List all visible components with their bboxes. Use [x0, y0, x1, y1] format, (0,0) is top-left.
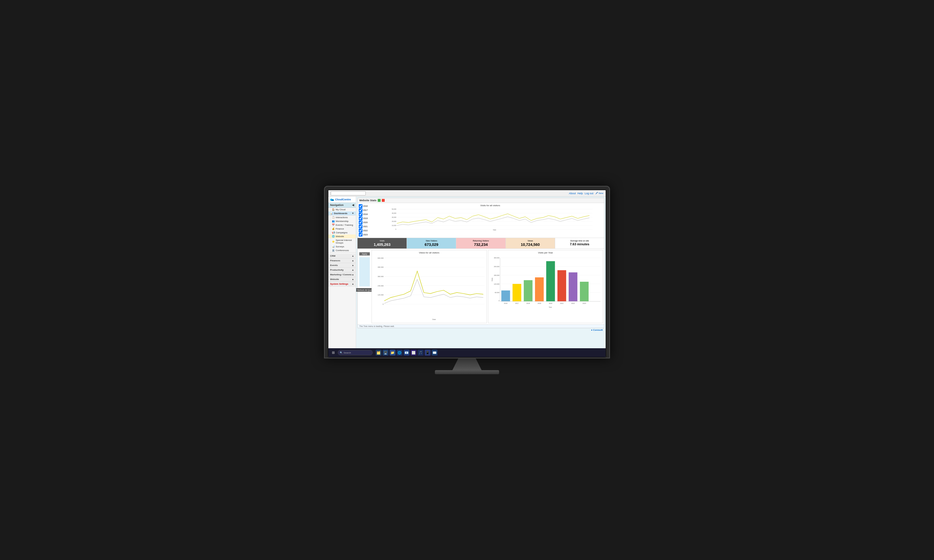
app-layout: CloudCentre Navigation ◀ 🏠 My Cloud 📊: [328, 197, 606, 348]
year-2021-checkbox[interactable]: [359, 225, 362, 228]
taskbar-app-explorer[interactable]: 🖥️: [383, 350, 388, 355]
membership-icon: 👥: [332, 220, 335, 223]
taskbar-search[interactable]: 🔍 Search: [338, 350, 373, 355]
stat-avg-time: Average time on site 7.63 minutes: [555, 238, 604, 249]
bar-chart-title: Visits per Year: [490, 251, 602, 254]
taskbar-app-outlook[interactable]: 📧: [404, 350, 410, 355]
help-link[interactable]: Help: [577, 192, 583, 195]
sidebar-item-campaigns[interactable]: 📢 Campaigns: [328, 231, 356, 234]
sidebar-finances[interactable]: Finances▲: [328, 258, 356, 263]
svg-rect-50: [535, 277, 544, 301]
apply-button[interactable]: Apply: [359, 252, 370, 255]
campaigns-icon: 📢: [332, 231, 335, 234]
new-button[interactable]: 🖊️ New: [595, 192, 603, 195]
taskbar-app-files[interactable]: 🗂️: [376, 350, 381, 355]
visits-value: 1,405,263: [360, 242, 404, 247]
svg-text:480.000: 480.000: [378, 266, 384, 268]
sidebar-events[interactable]: Events▲: [328, 263, 356, 268]
taskbar-app-chrome[interactable]: 🌐: [397, 350, 402, 355]
sidebar-items-section: 📋 Interactions 👥 Membership 📅 Events / T…: [328, 215, 356, 252]
search-icon: 🔍: [340, 351, 343, 354]
taskbar-app-word[interactable]: ✉️: [432, 350, 438, 355]
sidebar-item-special-groups[interactable]: ⭐ Special Interest Groups: [328, 238, 356, 245]
sidebar-crm[interactable]: CRM▲: [328, 254, 356, 258]
sidebar-item-website[interactable]: 🌐 Website: [328, 234, 356, 238]
svg-rect-44: [501, 291, 510, 301]
top-search-input[interactable]: [331, 191, 366, 195]
svg-text:40,000: 40,000: [392, 212, 396, 214]
events-icon: 📅: [332, 224, 335, 226]
year-checkboxes: 2016 2017 2018: [359, 204, 368, 237]
sidebar-item-membership[interactable]: 👥 Membership: [328, 219, 356, 223]
taskbar-app-mobile[interactable]: 📱: [425, 350, 430, 355]
visits-label: Visits: [360, 240, 404, 242]
year-cb-2020: 2020: [359, 220, 368, 224]
surveys-icon: 📊: [332, 245, 335, 248]
sidebar-marketing[interactable]: Marketing / Comms▲: [328, 272, 356, 277]
svg-text:180.000: 180.000: [493, 274, 499, 276]
cloud-logo-icon: [330, 198, 334, 201]
sidebar-item-interactions[interactable]: 📋 Interactions: [328, 215, 356, 219]
svg-rect-58: [580, 282, 589, 301]
sidebar-item-events-training[interactable]: 📅 Events / Training: [328, 223, 356, 227]
svg-point-2: [330, 198, 333, 200]
about-link[interactable]: About: [569, 192, 576, 195]
taskbar-app-teams[interactable]: ⬜: [411, 350, 416, 355]
sidebar-system-settings[interactable]: System Settings▲: [328, 282, 356, 286]
taskbar-app-music[interactable]: 🎵: [418, 350, 424, 355]
screen: About Help Log out 🖊️ New: [328, 189, 606, 358]
app-name-label: CloudCentre: [335, 198, 351, 201]
year-cb-2017: 2017: [359, 208, 368, 212]
svg-rect-56: [569, 272, 577, 301]
website-bottom-chevron: ▲: [352, 278, 354, 281]
panel-btn-close[interactable]: [382, 199, 385, 202]
windows-start-button[interactable]: ⊞: [331, 350, 336, 355]
sidebar-item-my-cloud[interactable]: 🏠 My Cloud: [328, 208, 356, 211]
views-chart-title: Views for all visitors: [373, 251, 485, 254]
svg-text:Year: Year: [549, 306, 552, 308]
sidebar-item-dashboards[interactable]: 📊 Dashboards ▼: [328, 211, 356, 215]
year-2023-checkbox[interactable]: [359, 233, 362, 237]
returning-label: Returning Visitors: [459, 240, 503, 242]
year-cb-2016: 2016: [359, 204, 368, 208]
svg-text:0: 0: [498, 300, 499, 302]
svg-rect-17: [373, 255, 485, 320]
year-2022-checkbox[interactable]: [359, 229, 362, 232]
taskbar-app-folder[interactable]: 📁: [390, 350, 396, 355]
top-bar: About Help Log out 🖊️ New: [328, 190, 606, 197]
windows-icon: ⊞: [332, 351, 335, 355]
events-chevron: ▲: [352, 264, 354, 266]
svg-text:2016: 2016: [504, 303, 507, 304]
returning-value: 732,234: [459, 242, 503, 247]
svg-text:10,000: 10,000: [392, 225, 396, 226]
year-2016-checkbox[interactable]: [359, 204, 362, 208]
new-visitors-label: New Visitors: [409, 240, 453, 242]
panel-btn-save[interactable]: [378, 199, 381, 202]
svg-text:60.000: 60.000: [495, 292, 499, 294]
svg-text:0: 0: [396, 228, 396, 230]
visits-chart-title: Visits for all visitors: [378, 204, 603, 207]
sidebar-productivity[interactable]: Productivity▲: [328, 268, 356, 272]
svg-text:Visits: Visits: [491, 278, 493, 282]
sidebar-item-finance[interactable]: 💰 Finance: [328, 227, 356, 231]
sidebar-website-bottom[interactable]: Website▲: [328, 277, 356, 282]
finances-chevron: ▲: [352, 259, 354, 262]
my-cloud-section: 🏠 My Cloud 📊 Dashboards ▼: [328, 208, 356, 215]
svg-text:50,000: 50,000: [392, 208, 396, 210]
svg-text:2020: 2020: [549, 303, 552, 304]
visits-line-chart: Visits for all visitors 50,000 40,000 30…: [378, 204, 603, 237]
year-2020-checkbox[interactable]: [359, 220, 362, 224]
views-line-chart: Views for all visitors 600.000 480.000 3…: [371, 250, 487, 323]
panel-title: Website Stats: [359, 199, 376, 202]
taskbar-search-label: Search: [344, 351, 351, 354]
year-2017-checkbox[interactable]: [359, 208, 362, 212]
conferences-icon: 🏛️: [332, 249, 335, 252]
svg-rect-48: [524, 280, 532, 302]
sidebar-item-surveys[interactable]: 📊 Surveys: [328, 245, 356, 249]
year-2018-checkbox[interactable]: [359, 212, 362, 216]
year-2019-checkbox[interactable]: [359, 217, 362, 220]
bottom-charts: Apply 🔄 Refresh All Queries Views for al…: [358, 249, 604, 324]
sidebar-item-conferences[interactable]: 🏛️ Conferences: [328, 249, 356, 252]
logout-link[interactable]: Log out: [585, 192, 593, 195]
nav-collapse-icon[interactable]: ◀: [352, 203, 354, 206]
